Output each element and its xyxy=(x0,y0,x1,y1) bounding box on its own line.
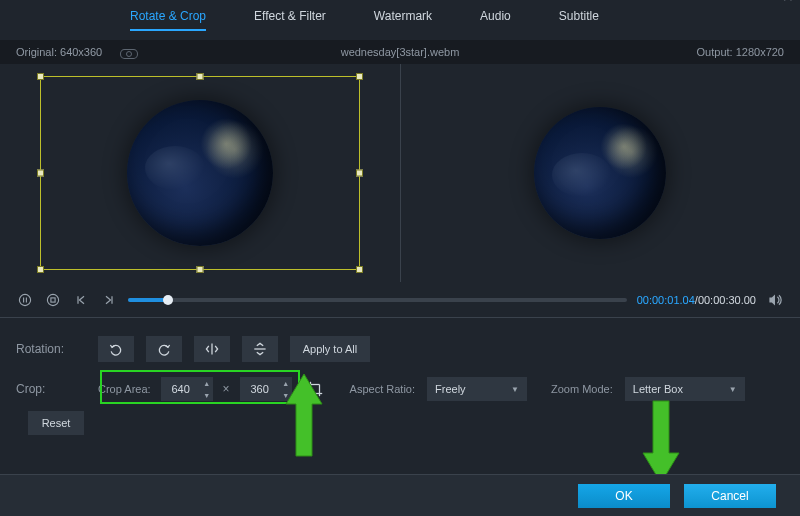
crop-width-spinner[interactable]: ▲▼ xyxy=(201,377,213,401)
spin-up-icon[interactable]: ▲ xyxy=(201,377,213,389)
rotation-label: Rotation: xyxy=(16,342,86,356)
reset-row: Reset xyxy=(16,408,784,438)
crop-width-input[interactable] xyxy=(161,382,201,396)
svg-marker-7 xyxy=(769,294,775,305)
preview-stage xyxy=(0,64,800,282)
rotation-row: Rotation: Apply to All xyxy=(16,334,784,364)
chevron-down-icon: ▼ xyxy=(729,385,737,394)
window-controls: ✕ xyxy=(758,0,794,4)
tab-rotate-crop[interactable]: Rotate & Crop xyxy=(130,9,206,31)
volume-icon[interactable] xyxy=(766,291,784,309)
tab-effect-filter[interactable]: Effect & Filter xyxy=(254,9,326,31)
crop-handle-t[interactable] xyxy=(196,73,203,80)
crop-handle-br[interactable] xyxy=(356,266,363,273)
footer: OK Cancel xyxy=(0,474,800,516)
crop-area-label: Crop Area: xyxy=(98,383,151,395)
apply-to-all-button[interactable]: Apply to All xyxy=(290,336,370,362)
multiply-icon: × xyxy=(223,382,230,396)
crop-handle-b[interactable] xyxy=(196,266,203,273)
filename-label: wednesday[3star].webm xyxy=(0,46,800,58)
zoom-mode-label: Zoom Mode: xyxy=(551,383,613,395)
svg-rect-4 xyxy=(51,297,55,301)
tab-audio[interactable]: Audio xyxy=(480,9,511,31)
svg-point-0 xyxy=(19,294,30,305)
chevron-down-icon: ▼ xyxy=(511,385,519,394)
total-time: 00:00:30.00 xyxy=(698,294,756,306)
crop-handle-r[interactable] xyxy=(356,170,363,177)
aspect-ratio-select[interactable]: Freely ▼ xyxy=(427,377,527,401)
zoom-mode-value: Letter Box xyxy=(633,383,683,395)
crop-row: Crop: Crop Area: ▲▼ × ▲▼ Aspect Ratio: F… xyxy=(16,374,784,404)
crop-area-group: Crop Area: ▲▼ × ▲▼ xyxy=(98,377,292,401)
crop-height-input[interactable] xyxy=(240,382,280,396)
reset-button[interactable]: Reset xyxy=(28,411,84,435)
crop-tool-icon[interactable] xyxy=(304,378,326,400)
next-frame-button[interactable] xyxy=(100,291,118,309)
current-time: 00:00:01.04 xyxy=(637,294,695,306)
tab-subtitle[interactable]: Subtitle xyxy=(559,9,599,31)
tab-bar: Rotate & Crop Effect & Filter Watermark … xyxy=(0,0,800,40)
info-bar: Original: 640x360 wednesday[3star].webm … xyxy=(0,40,800,64)
controls-panel: Rotation: Apply to All Crop: Crop Area: … xyxy=(0,318,800,456)
flip-vertical-button[interactable] xyxy=(242,336,278,362)
source-image xyxy=(127,100,273,246)
ok-button[interactable]: OK xyxy=(578,484,670,508)
spin-down-icon[interactable]: ▼ xyxy=(280,389,292,401)
time-display: 00:00:01.04/00:00:30.00 xyxy=(637,294,756,306)
zoom-mode-select[interactable]: Letter Box ▼ xyxy=(625,377,745,401)
crop-handle-bl[interactable] xyxy=(37,266,44,273)
spin-down-icon[interactable]: ▼ xyxy=(201,389,213,401)
rotate-right-button[interactable] xyxy=(146,336,182,362)
crop-handle-l[interactable] xyxy=(37,170,44,177)
crop-height-spinner[interactable]: ▲▼ xyxy=(280,377,292,401)
output-preview xyxy=(401,64,801,282)
crop-label: Crop: xyxy=(16,382,86,396)
source-preview[interactable] xyxy=(0,64,400,282)
svg-point-3 xyxy=(47,294,58,305)
cancel-button[interactable]: Cancel xyxy=(684,484,776,508)
playback-bar: 00:00:01.04/00:00:30.00 xyxy=(0,282,800,318)
seek-knob[interactable] xyxy=(163,295,173,305)
crop-width-field[interactable]: ▲▼ xyxy=(161,377,213,401)
rotate-left-button[interactable] xyxy=(98,336,134,362)
crop-handle-tl[interactable] xyxy=(37,73,44,80)
close-icon[interactable]: ✕ xyxy=(782,0,794,4)
flip-horizontal-button[interactable] xyxy=(194,336,230,362)
pause-button[interactable] xyxy=(16,291,34,309)
tab-watermark[interactable]: Watermark xyxy=(374,9,432,31)
crop-handle-tr[interactable] xyxy=(356,73,363,80)
stop-button[interactable] xyxy=(44,291,62,309)
seek-bar[interactable] xyxy=(128,298,627,302)
aspect-ratio-label: Aspect Ratio: xyxy=(350,383,415,395)
output-image xyxy=(534,107,666,239)
aspect-ratio-value: Freely xyxy=(435,383,466,395)
spin-up-icon[interactable]: ▲ xyxy=(280,377,292,389)
prev-frame-button[interactable] xyxy=(72,291,90,309)
crop-height-field[interactable]: ▲▼ xyxy=(240,377,292,401)
